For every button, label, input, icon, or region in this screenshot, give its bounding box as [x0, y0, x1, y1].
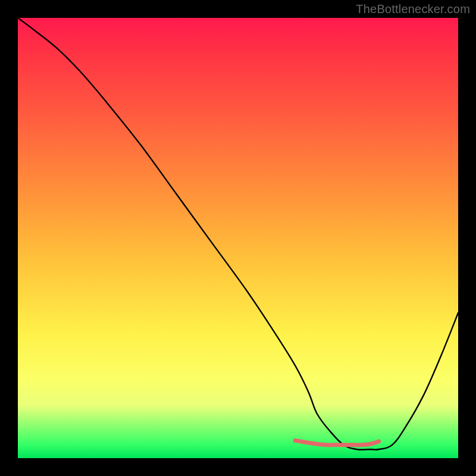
main-curve — [18, 18, 458, 450]
bottleneck-curve-chart — [18, 18, 458, 458]
optimal-range-highlight — [295, 440, 379, 445]
attribution-label: TheBottlenecker.com — [356, 2, 470, 16]
